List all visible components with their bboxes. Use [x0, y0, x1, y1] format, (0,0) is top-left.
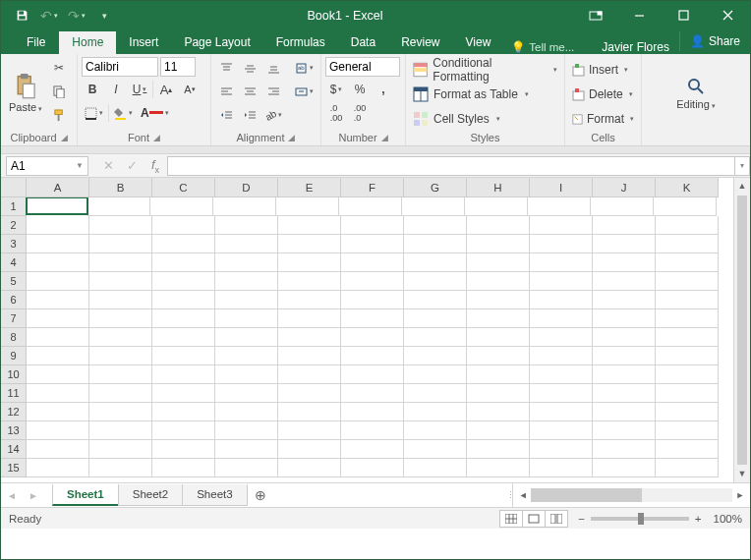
- cell[interactable]: [89, 235, 152, 253]
- decrease-decimal-button[interactable]: .00.0: [349, 102, 371, 124]
- cell[interactable]: [27, 272, 89, 291]
- cell[interactable]: [341, 291, 404, 309]
- cell[interactable]: [341, 235, 404, 253]
- cell[interactable]: [152, 328, 215, 347]
- cell[interactable]: [278, 309, 341, 328]
- cell[interactable]: [593, 309, 656, 328]
- cell[interactable]: [341, 309, 404, 328]
- cell[interactable]: [467, 291, 530, 309]
- cell[interactable]: [656, 384, 719, 403]
- cell[interactable]: [591, 197, 654, 216]
- vertical-scrollbar[interactable]: ▲ ▼: [733, 178, 750, 482]
- cell[interactable]: [530, 421, 593, 440]
- sheet-tab[interactable]: Sheet1: [52, 484, 119, 506]
- cell[interactable]: [656, 421, 719, 440]
- cell[interactable]: [530, 384, 593, 403]
- cell[interactable]: [278, 365, 341, 384]
- cell[interactable]: [215, 253, 278, 272]
- user-name[interactable]: Javier Flores: [592, 40, 679, 54]
- cell[interactable]: [341, 403, 404, 421]
- scroll-right-button[interactable]: ►: [732, 490, 748, 500]
- cell[interactable]: [467, 328, 530, 347]
- page-break-view-button[interactable]: [545, 510, 568, 528]
- cell[interactable]: [593, 347, 656, 365]
- clipboard-dialog-launcher[interactable]: ◢: [61, 133, 68, 142]
- cell[interactable]: [278, 216, 341, 235]
- font-color-button[interactable]: A: [138, 102, 172, 124]
- cell[interactable]: [656, 235, 719, 253]
- cell[interactable]: [404, 309, 467, 328]
- cell[interactable]: [593, 328, 656, 347]
- tab-insert[interactable]: Insert: [116, 31, 171, 54]
- expand-formula-bar[interactable]: ▾: [734, 156, 750, 176]
- cell[interactable]: [341, 272, 404, 291]
- editing-button[interactable]: Editing: [672, 57, 720, 130]
- zoom-in-button[interactable]: +: [695, 513, 702, 525]
- cell[interactable]: [27, 403, 89, 421]
- cell[interactable]: [152, 272, 215, 291]
- cell[interactable]: [341, 216, 404, 235]
- normal-view-button[interactable]: [499, 510, 523, 528]
- cell[interactable]: [215, 403, 278, 421]
- align-bottom-button[interactable]: [262, 57, 284, 79]
- cell[interactable]: [89, 216, 152, 235]
- cell[interactable]: [215, 384, 278, 403]
- cell[interactable]: [656, 365, 719, 384]
- align-middle-button[interactable]: [239, 57, 260, 79]
- cell[interactable]: [89, 309, 152, 328]
- cell[interactable]: [467, 384, 530, 403]
- cell[interactable]: [215, 459, 278, 477]
- cell[interactable]: [654, 197, 717, 216]
- row-header[interactable]: 11: [1, 384, 27, 403]
- row-header[interactable]: 3: [1, 235, 27, 253]
- cell[interactable]: [656, 291, 719, 309]
- cell[interactable]: [530, 253, 593, 272]
- decrease-indent-button[interactable]: [215, 104, 237, 126]
- sheet-tab[interactable]: Sheet3: [182, 484, 247, 506]
- cell[interactable]: [152, 440, 215, 459]
- sheet-tab[interactable]: Sheet2: [118, 484, 183, 506]
- cell[interactable]: [593, 216, 656, 235]
- row-header[interactable]: 8: [1, 328, 27, 347]
- cell[interactable]: [215, 235, 278, 253]
- cell[interactable]: [530, 328, 593, 347]
- cell[interactable]: [467, 216, 530, 235]
- borders-button[interactable]: [82, 102, 106, 124]
- cell[interactable]: [278, 384, 341, 403]
- cell[interactable]: [404, 347, 467, 365]
- tab-home[interactable]: Home: [59, 31, 116, 54]
- cell[interactable]: [530, 309, 593, 328]
- scroll-left-button[interactable]: ◄: [515, 490, 531, 500]
- cell[interactable]: [467, 272, 530, 291]
- cell[interactable]: [89, 347, 152, 365]
- cell[interactable]: [27, 216, 89, 235]
- increase-decimal-button[interactable]: .0.00: [325, 102, 347, 124]
- cell[interactable]: [656, 347, 719, 365]
- cell[interactable]: [276, 197, 339, 216]
- column-header[interactable]: E: [278, 178, 341, 197]
- orientation-button[interactable]: ab: [262, 104, 285, 126]
- cell[interactable]: [404, 291, 467, 309]
- cell[interactable]: [404, 328, 467, 347]
- cell[interactable]: [467, 403, 530, 421]
- tab-view[interactable]: View: [453, 31, 504, 54]
- cell[interactable]: [530, 272, 593, 291]
- cell[interactable]: [278, 421, 341, 440]
- cell[interactable]: [152, 365, 215, 384]
- align-left-button[interactable]: [215, 81, 237, 102]
- scroll-down-button[interactable]: ▼: [734, 466, 750, 482]
- cell[interactable]: [278, 328, 341, 347]
- format-cells-button[interactable]: Format: [569, 108, 637, 130]
- cell[interactable]: [89, 365, 152, 384]
- row-header[interactable]: 2: [1, 216, 27, 235]
- qat-customize-icon[interactable]: ▾: [91, 4, 117, 28]
- cell[interactable]: [215, 440, 278, 459]
- cell[interactable]: [215, 272, 278, 291]
- cell[interactable]: [467, 421, 530, 440]
- cell[interactable]: [467, 309, 530, 328]
- cell[interactable]: [215, 365, 278, 384]
- sheet-nav-prev[interactable]: ◄: [1, 490, 23, 501]
- cell[interactable]: [89, 459, 152, 477]
- cell[interactable]: [467, 347, 530, 365]
- comma-button[interactable]: ,: [373, 79, 394, 100]
